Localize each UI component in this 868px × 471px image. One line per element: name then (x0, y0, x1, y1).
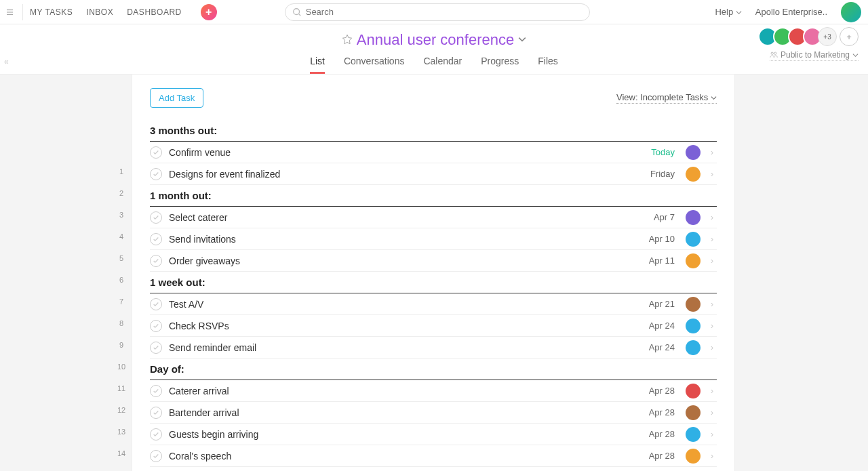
search-input[interactable] (306, 7, 583, 17)
assignee-avatar[interactable] (686, 232, 701, 247)
task-row[interactable]: Order giveawaysApr 11› (150, 250, 717, 272)
section-header[interactable]: 1 month out: (150, 185, 717, 207)
assignee-avatar[interactable] (686, 145, 701, 160)
search-box[interactable] (285, 3, 590, 21)
svg-point-1 (771, 52, 773, 54)
row-detail-chevron[interactable]: › (707, 343, 717, 352)
due-date: Apr 28 (649, 386, 675, 396)
menu-icon[interactable] (7, 4, 23, 20)
assignee-avatar[interactable] (686, 427, 701, 442)
tab-progress[interactable]: Progress (481, 56, 519, 74)
task-row[interactable]: Test A/VApr 21› (150, 293, 717, 315)
complete-checkbox[interactable] (150, 255, 162, 267)
task-name: Caterer arrival (169, 386, 642, 396)
complete-checkbox[interactable] (150, 407, 162, 419)
nav-inbox[interactable]: INBOX (86, 7, 113, 17)
due-date: Apr 10 (649, 234, 675, 244)
due-date: Apr 24 (649, 321, 675, 331)
row-number: 13 (111, 421, 132, 443)
due-date: Apr 24 (649, 342, 675, 352)
assignee-avatar[interactable] (686, 384, 701, 398)
assignee-avatar[interactable] (686, 297, 701, 312)
member-more[interactable]: +3 (818, 27, 837, 46)
add-task-button[interactable]: Add Task (150, 88, 203, 108)
row-detail-chevron[interactable]: › (707, 300, 717, 309)
complete-checkbox[interactable] (150, 428, 162, 441)
row-number: 7 (111, 291, 132, 312)
task-row[interactable]: Caterer arrivalApr 28› (150, 380, 717, 402)
row-detail-chevron[interactable]: › (707, 148, 717, 157)
task-row[interactable]: Designs for event finalizedFriday› (150, 163, 717, 185)
row-detail-chevron[interactable]: › (707, 234, 717, 244)
collapse-handle-icon[interactable]: « (4, 57, 9, 66)
complete-checkbox[interactable] (150, 298, 162, 310)
task-row[interactable]: Check RSVPsApr 24› (150, 315, 717, 337)
complete-checkbox[interactable] (150, 450, 162, 462)
complete-checkbox[interactable] (150, 146, 162, 159)
row-detail-chevron[interactable]: › (707, 256, 717, 266)
section-header[interactable]: 3 months out: (150, 120, 717, 142)
task-row[interactable]: Guests begin arrivingApr 28› (150, 424, 717, 445)
row-number: 2 (111, 182, 132, 204)
row-detail-chevron[interactable]: › (707, 408, 717, 417)
top-nav: MY TASKS INBOX DASHBOARD (30, 7, 182, 17)
complete-checkbox[interactable] (150, 320, 162, 332)
tab-calendar[interactable]: Calendar (423, 56, 462, 74)
assignee-avatar[interactable] (686, 405, 701, 420)
content: « 1234567891011121314151617 Add Task Vie… (0, 75, 868, 471)
task-row[interactable]: Coral's speechApr 28› (150, 445, 717, 467)
add-member-button[interactable]: + (840, 27, 859, 46)
nav-my-tasks[interactable]: MY TASKS (30, 7, 73, 17)
row-detail-chevron[interactable]: › (707, 386, 717, 396)
assignee-avatar[interactable] (686, 167, 701, 182)
row-detail-chevron[interactable]: › (707, 321, 717, 331)
row-detail-chevron[interactable]: › (707, 169, 717, 179)
complete-checkbox[interactable] (150, 233, 162, 245)
tab-list[interactable]: List (310, 56, 325, 74)
row-number: 10 (111, 356, 132, 377)
svg-point-0 (293, 8, 299, 14)
row-number: 11 (111, 377, 132, 399)
row-number: 4 (111, 226, 132, 247)
view-selector[interactable]: View: Incomplete Tasks (616, 92, 717, 104)
task-name: Test A/V (169, 299, 642, 310)
section-header[interactable]: Day of: (150, 359, 717, 380)
tab-conversations[interactable]: Conversations (344, 56, 405, 74)
section-header[interactable]: Post-event: (150, 467, 717, 471)
topbar: MY TASKS INBOX DASHBOARD + Help Apollo E… (0, 0, 868, 24)
complete-checkbox[interactable] (150, 342, 162, 354)
assignee-avatar[interactable] (686, 210, 701, 225)
task-row[interactable]: Bartender arrivalApr 28› (150, 402, 717, 424)
complete-checkbox[interactable] (150, 211, 162, 224)
row-detail-chevron[interactable]: › (707, 430, 717, 439)
complete-checkbox[interactable] (150, 385, 162, 397)
workspace-name[interactable]: Apollo Enterprise.. (755, 7, 827, 17)
row-number: 6 (111, 269, 132, 291)
assignee-avatar[interactable] (686, 449, 701, 464)
help-menu[interactable]: Help (715, 7, 741, 17)
svg-point-2 (774, 52, 776, 54)
row-number: 15 (111, 464, 132, 471)
task-row[interactable]: Send reminder emailApr 24› (150, 337, 717, 359)
nav-dashboard[interactable]: DASHBOARD (127, 7, 182, 17)
task-name: Select caterer (169, 212, 647, 223)
privacy-setting[interactable]: Public to Marketing (770, 50, 859, 61)
project-header: Annual user conference +3 + Public to Ma… (0, 24, 868, 74)
task-name: Guests begin arriving (169, 429, 642, 440)
assignee-avatar[interactable] (686, 319, 701, 333)
tab-files[interactable]: Files (538, 56, 558, 74)
project-title[interactable]: Annual user conference (357, 31, 514, 49)
row-detail-chevron[interactable]: › (707, 451, 717, 461)
complete-checkbox[interactable] (150, 168, 162, 180)
task-row[interactable]: Select catererApr 7› (150, 207, 717, 228)
assignee-avatar[interactable] (686, 253, 701, 268)
row-detail-chevron[interactable]: › (707, 213, 717, 222)
assignee-avatar[interactable] (686, 340, 701, 355)
task-row[interactable]: Send invitationsApr 10› (150, 228, 717, 250)
star-icon[interactable] (342, 34, 353, 47)
user-avatar[interactable] (841, 2, 861, 22)
task-row[interactable]: Confirm venueToday› (150, 142, 717, 163)
section-header[interactable]: 1 week out: (150, 272, 717, 293)
global-add-button[interactable]: + (201, 4, 217, 20)
project-menu-chevron[interactable] (518, 35, 526, 45)
